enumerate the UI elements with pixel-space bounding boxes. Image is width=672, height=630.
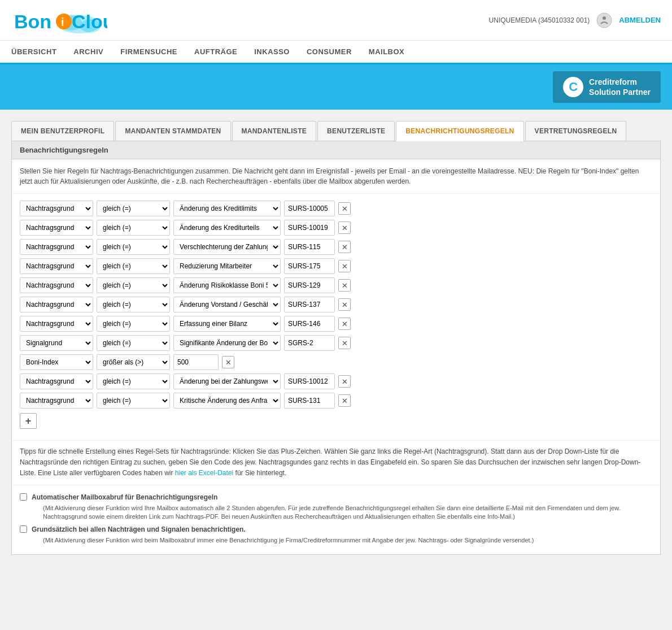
rule-row: Nachtragsgrund gleich (=) Verschlechteru…: [20, 239, 652, 255]
rule-code-input-3[interactable]: [284, 258, 335, 274]
rule-event-select-0[interactable]: Änderung des Kreditlimits: [173, 201, 281, 216]
rule-delete-btn-6[interactable]: ✕: [338, 318, 351, 330]
tips-text-after: für Sie hinterlegt.: [235, 469, 287, 477]
rule-code-input-2[interactable]: [284, 239, 335, 255]
rule-row: NachtragsgrundSignalgrundBoni-Index glei…: [20, 201, 652, 216]
rule-op-select-10[interactable]: gleich (=): [97, 393, 170, 409]
rule-op-select-3[interactable]: gleich (=): [97, 258, 170, 274]
rule-event-select-9[interactable]: Änderung bei der Zahlungsweise: [173, 373, 281, 389]
rule-event-select-2[interactable]: Verschlechterung der Zahlungswe...: [173, 239, 281, 255]
creditreform-text: Creditreform Solution Partner: [589, 77, 651, 97]
svg-text:Bon: Bon: [14, 11, 51, 32]
rule-delete-btn-10[interactable]: ✕: [338, 394, 351, 407]
tips-section: Tipps für die schnelle Erstellung eines …: [12, 440, 660, 485]
abmelden-link[interactable]: ABMELDEN: [619, 16, 661, 24]
grundsaetzlich-desc: (Mit Aktivierung dieser Funktion wird be…: [32, 536, 534, 545]
rule-code-input-1[interactable]: [284, 220, 335, 236]
nav-consumer[interactable]: CONSUMER: [307, 45, 352, 58]
rule-op-select-1[interactable]: gleich (=): [97, 220, 170, 236]
rule-type-select-6[interactable]: Nachtragsgrund: [20, 316, 93, 332]
grundsaetzlich-label[interactable]: Grundsätzlich bei allen Nachträgen und S…: [32, 525, 246, 533]
nav-inkasso[interactable]: INKASSO: [254, 45, 290, 58]
rule-code-input-0[interactable]: [284, 201, 335, 216]
creditreform-line1: Creditreform: [589, 77, 651, 87]
rule-row: Nachtragsgrund gleich (=) Reduzierung Mi…: [20, 258, 652, 274]
tab-vertretungsregeln[interactable]: VERTRETUNGSREGELN: [525, 121, 627, 141]
rule-type-select-2[interactable]: Nachtragsgrund: [20, 239, 93, 255]
creditreform-line2: Solution Partner: [589, 87, 651, 97]
rule-code-input-6[interactable]: [284, 316, 335, 332]
rule-code-input-9[interactable]: [284, 373, 335, 389]
rule-code-input-7[interactable]: [284, 335, 335, 351]
rule-delete-btn-5[interactable]: ✕: [338, 298, 351, 311]
rule-row: Nachtragsgrund gleich (=) Kritische Ände…: [20, 393, 652, 409]
tab-mandanten-stammdaten[interactable]: MANDANTEN STAMMDATEN: [115, 121, 230, 141]
rule-delete-btn-2[interactable]: ✕: [338, 241, 351, 253]
rule-event-select-4[interactable]: Änderung Risikoklasse Boni 50er-S...: [173, 277, 281, 293]
rule-delete-btn-9[interactable]: ✕: [338, 375, 351, 388]
rule-delete-btn-7[interactable]: ✕: [338, 337, 351, 349]
creditreform-logo: C Creditreform Solution Partner: [553, 71, 661, 103]
rule-row: Nachtragsgrund gleich (=) Erfassung eine…: [20, 316, 652, 332]
svg-text:Cloud: Cloud: [72, 11, 107, 32]
main-nav: ÜBERSICHT ARCHIV FIRMENSUCHE AUFTRÄGE IN…: [0, 41, 672, 64]
nav-mailbox[interactable]: MAILBOX: [369, 45, 404, 58]
rule-op-select-5[interactable]: gleich (=): [97, 297, 170, 312]
rule-event-select-7[interactable]: Signifikante Änderung der Bonitäts...: [173, 335, 281, 351]
tab-mandantenliste[interactable]: MANDANTENLISTE: [232, 121, 317, 141]
auto-mailbox-desc: (Mit Aktivierung dieser Funktion wird Ih…: [32, 504, 652, 522]
main-panel: Benachrichtigungsregeln Stellen Sie hier…: [11, 141, 661, 555]
rule-op-select-4[interactable]: gleich (=): [97, 277, 170, 293]
nav-firmensuche[interactable]: FIRMENSUCHE: [120, 45, 177, 58]
auto-mailbox-label-text: Automatischer Mailboxabruf für Benachric…: [32, 493, 217, 501]
tab-benutzerprofil[interactable]: MEIN BENUTZERPROFIL: [11, 121, 114, 141]
top-bar: Bon i Cloud UNIQUEMEDIA (345010332 001) …: [0, 0, 672, 41]
rule-op-select-8[interactable]: größer als (>)gleich (=): [97, 354, 170, 370]
rule-code-input-5[interactable]: [284, 297, 335, 312]
nav-auftrage[interactable]: AUFTRÄGE: [194, 45, 237, 58]
rule-type-select-3[interactable]: Nachtragsgrund: [20, 258, 93, 274]
rule-type-select-8[interactable]: Boni-IndexNachtragsgrundSignalgrund: [20, 354, 93, 370]
rule-event-select-3[interactable]: Reduzierung Mitarbeiter: [173, 258, 281, 274]
grundsaetzlich-checkbox[interactable]: [20, 525, 27, 533]
auto-mailbox-checkbox[interactable]: [20, 493, 27, 501]
rule-event-select-1[interactable]: Änderung des Krediturteils: [173, 220, 281, 236]
rule-op-select-0[interactable]: gleich (=)größer als (>): [97, 201, 170, 216]
rule-op-select-7[interactable]: gleich (=): [97, 335, 170, 351]
tab-benutzerliste[interactable]: BENUTZERLISTE: [317, 121, 395, 141]
rule-boni-value-input[interactable]: [173, 354, 219, 370]
add-rule-button[interactable]: +: [20, 413, 37, 429]
nav-ubersicht[interactable]: ÜBERSICHT: [11, 45, 56, 58]
rule-type-select-7[interactable]: SignalgrundNachtragsgrundBoni-Index: [20, 335, 93, 351]
rule-event-select-5[interactable]: Änderung Vorstand / Geschäftsführ...: [173, 297, 281, 312]
tips-excel-link[interactable]: hier als Excel-Datei: [175, 469, 233, 477]
rule-type-select-0[interactable]: NachtragsgrundSignalgrundBoni-Index: [20, 201, 93, 216]
rule-delete-btn-0[interactable]: ✕: [338, 202, 351, 215]
tab-benachrichtigungsregeln[interactable]: BENACHRICHTIGUNGSREGELN: [396, 121, 523, 141]
rule-event-select-6[interactable]: Erfassung einer Bilanz: [173, 316, 281, 332]
rule-event-select-10[interactable]: Kritische Änderung des Anfragezä...: [173, 393, 281, 409]
checkbox-section: Automatischer Mailboxabruf für Benachric…: [12, 485, 660, 554]
nav-archiv[interactable]: ARCHIV: [73, 45, 103, 58]
tips-text-before: Tipps für die schnelle Erstellung eines …: [20, 447, 640, 477]
user-info-area: UNIQUEMEDIA (345010332 001) ABMELDEN: [489, 12, 661, 28]
rule-code-input-4[interactable]: [284, 277, 335, 293]
rule-delete-btn-3[interactable]: ✕: [338, 260, 351, 272]
rule-row: Nachtragsgrund gleich (=) Änderung bei d…: [20, 373, 652, 389]
rule-type-select-10[interactable]: Nachtragsgrund: [20, 393, 93, 409]
checkbox-row-auto-mailbox: Automatischer Mailboxabruf für Benachric…: [20, 492, 652, 522]
rule-op-select-2[interactable]: gleich (=): [97, 239, 170, 255]
rule-type-select-9[interactable]: Nachtragsgrund: [20, 373, 93, 389]
settings-icon[interactable]: [596, 12, 612, 28]
section-title: Benachrichtigungsregeln: [12, 141, 660, 159]
rule-delete-btn-1[interactable]: ✕: [338, 221, 351, 234]
rule-delete-btn-4[interactable]: ✕: [338, 279, 351, 292]
auto-mailbox-label[interactable]: Automatischer Mailboxabruf für Benachric…: [32, 493, 217, 501]
rule-op-select-6[interactable]: gleich (=): [97, 316, 170, 332]
rule-type-select-5[interactable]: Nachtragsgrund: [20, 297, 93, 312]
rule-delete-btn-8[interactable]: ✕: [222, 356, 234, 368]
rule-op-select-9[interactable]: gleich (=): [97, 373, 170, 389]
rule-type-select-1[interactable]: NachtragsgrundSignalgrundBoni-Index: [20, 220, 93, 236]
rule-type-select-4[interactable]: Nachtragsgrund: [20, 277, 93, 293]
rule-code-input-10[interactable]: [284, 393, 335, 409]
